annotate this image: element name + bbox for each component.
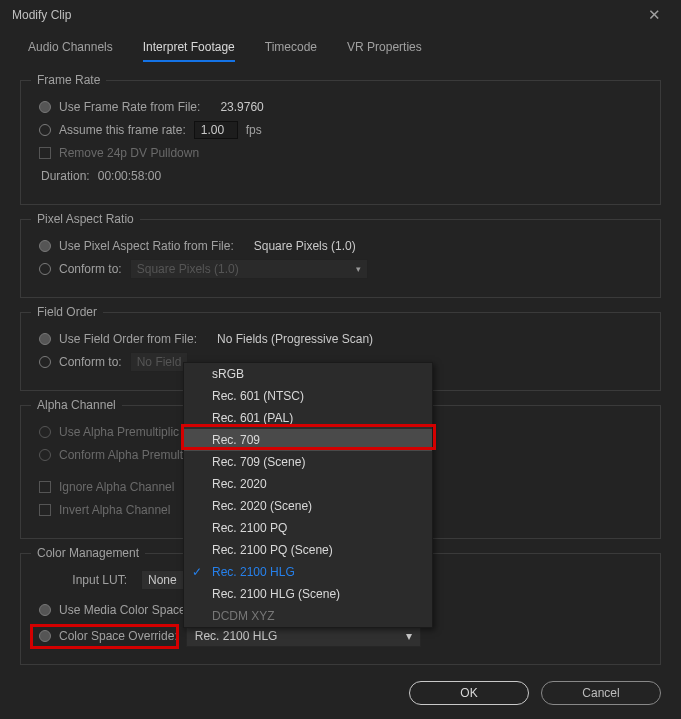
radio-alpha-conform <box>39 449 51 461</box>
tab-interpret-footage[interactable]: Interpret Footage <box>143 40 235 62</box>
titlebar: Modify Clip ✕ <box>0 0 681 30</box>
select-cs-override-value: Rec. 2100 HLG <box>195 629 278 643</box>
label-ignore-alpha: Ignore Alpha Channel <box>59 480 174 494</box>
chevron-down-icon: ▾ <box>356 264 361 274</box>
check-invert-alpha <box>39 504 51 516</box>
check-remove-pulldown <box>39 147 51 159</box>
radio-field-file[interactable] <box>39 333 51 345</box>
radio-cs-override[interactable] <box>39 630 51 642</box>
label-duration: Duration: <box>41 169 90 183</box>
tab-vr-properties[interactable]: VR Properties <box>347 40 422 62</box>
ok-button[interactable]: OK <box>409 681 529 705</box>
radio-par-file[interactable] <box>39 240 51 252</box>
dropdown-color-space[interactable]: sRGB Rec. 601 (NTSC) Rec. 601 (PAL) Rec.… <box>183 362 433 628</box>
label-use-frame-rate-file: Use Frame Rate from File: <box>59 100 200 114</box>
label-fps: fps <box>246 123 262 137</box>
label-use-media-cs: Use Media Color Space f <box>59 603 192 617</box>
dropdown-item-rec2100-hlg-scene[interactable]: Rec. 2100 HLG (Scene) <box>184 583 432 605</box>
dropdown-item-rec601-ntsc[interactable]: Rec. 601 (NTSC) <box>184 385 432 407</box>
label-field-conform: Conform to: <box>59 355 122 369</box>
label-input-lut: Input LUT: <box>39 573 127 587</box>
radio-assume-frame-rate[interactable] <box>39 124 51 136</box>
radio-alpha-premult <box>39 426 51 438</box>
label-alpha-conform: Conform Alpha Premulti <box>59 448 186 462</box>
select-cs-override[interactable]: Rec. 2100 HLG ▾ <box>186 625 421 647</box>
radio-use-frame-rate-file[interactable] <box>39 101 51 113</box>
dropdown-item-rec2100-hlg[interactable]: Rec. 2100 HLG <box>184 561 432 583</box>
tabs: Audio Channels Interpret Footage Timecod… <box>20 30 661 66</box>
group-par: Pixel Aspect Ratio Use Pixel Aspect Rati… <box>20 219 661 298</box>
tab-audio-channels[interactable]: Audio Channels <box>28 40 113 62</box>
value-duration: 00:00:58:00 <box>98 169 161 183</box>
dropdown-item-rec709[interactable]: Rec. 709 <box>184 429 432 451</box>
value-par-file: Square Pixels (1.0) <box>254 239 356 253</box>
select-par-conform-value: Square Pixels (1.0) <box>137 262 239 276</box>
group-label-color: Color Management <box>31 546 145 560</box>
label-cs-override: Color Space Override: <box>59 629 178 643</box>
check-ignore-alpha <box>39 481 51 493</box>
input-assume-frame-rate[interactable]: 1.00 <box>194 121 238 139</box>
radio-par-conform[interactable] <box>39 263 51 275</box>
close-icon[interactable]: ✕ <box>640 2 669 28</box>
group-label-par: Pixel Aspect Ratio <box>31 212 140 226</box>
radio-field-conform[interactable] <box>39 356 51 368</box>
select-field-conform-value: No Field <box>137 355 182 369</box>
value-frame-rate-file: 23.9760 <box>220 100 263 114</box>
group-label-field-order: Field Order <box>31 305 103 319</box>
select-par-conform: Square Pixels (1.0) ▾ <box>130 259 368 279</box>
dropdown-item-rec2020[interactable]: Rec. 2020 <box>184 473 432 495</box>
dropdown-item-rec601-pal[interactable]: Rec. 601 (PAL) <box>184 407 432 429</box>
dropdown-item-srgb[interactable]: sRGB <box>184 363 432 385</box>
value-field-file: No Fields (Progressive Scan) <box>217 332 373 346</box>
dropdown-item-dcdm-xyz[interactable]: DCDM XYZ <box>184 605 432 627</box>
label-remove-pulldown: Remove 24p DV Pulldown <box>59 146 199 160</box>
label-field-file: Use Field Order from File: <box>59 332 197 346</box>
select-input-lut-value: None <box>148 573 177 587</box>
label-par-conform: Conform to: <box>59 262 122 276</box>
group-frame-rate: Frame Rate Use Frame Rate from File: 23.… <box>20 80 661 205</box>
cancel-button[interactable]: Cancel <box>541 681 661 705</box>
chevron-down-icon: ▾ <box>406 629 412 643</box>
tab-timecode[interactable]: Timecode <box>265 40 317 62</box>
dropdown-item-rec2020-scene[interactable]: Rec. 2020 (Scene) <box>184 495 432 517</box>
label-invert-alpha: Invert Alpha Channel <box>59 503 170 517</box>
dropdown-item-rec709-scene[interactable]: Rec. 709 (Scene) <box>184 451 432 473</box>
label-alpha-premult: Use Alpha Premultiplic <box>59 425 179 439</box>
dropdown-item-rec2100-pq[interactable]: Rec. 2100 PQ <box>184 517 432 539</box>
group-label-frame-rate: Frame Rate <box>31 73 106 87</box>
group-label-alpha: Alpha Channel <box>31 398 122 412</box>
window-title: Modify Clip <box>12 8 71 22</box>
footer: OK Cancel <box>409 681 661 705</box>
radio-use-media-cs[interactable] <box>39 604 51 616</box>
dropdown-item-rec2100-pq-scene[interactable]: Rec. 2100 PQ (Scene) <box>184 539 432 561</box>
select-field-conform: No Field <box>130 352 189 372</box>
label-par-file: Use Pixel Aspect Ratio from File: <box>59 239 234 253</box>
label-assume-frame-rate: Assume this frame rate: <box>59 123 186 137</box>
